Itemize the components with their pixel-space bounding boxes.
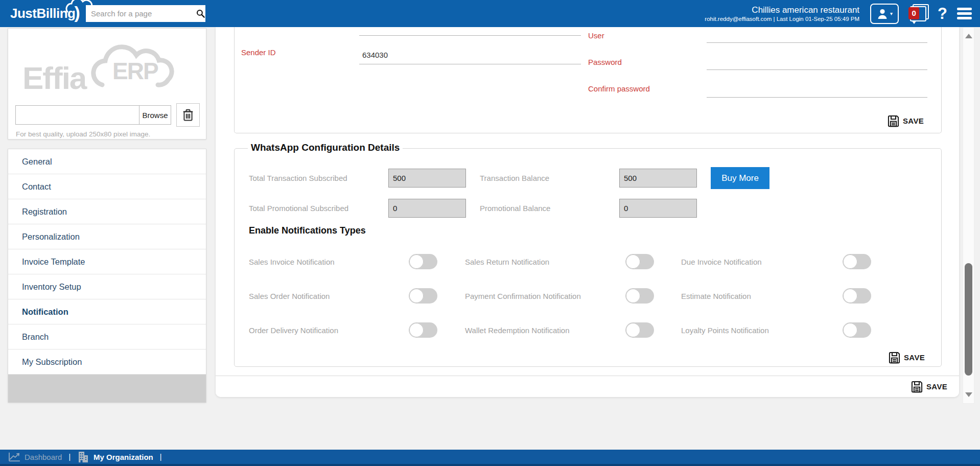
bottom-nav-dashboard[interactable]: Dashboard — [8, 452, 62, 462]
logo-file-input[interactable] — [15, 105, 139, 125]
effia-logo-text: Effia — [22, 62, 86, 94]
sidebar-item-contact[interactable]: Contact — [8, 174, 206, 199]
confirm-password-label: Confirm password — [588, 84, 650, 93]
dashboard-chart-icon — [8, 452, 20, 462]
sender-id-input[interactable] — [359, 48, 581, 64]
payment-confirmation-notification-toggle[interactable] — [625, 288, 654, 304]
total-promotional-subscribed-input[interactable] — [388, 199, 466, 218]
page-search — [86, 5, 204, 22]
sidebar-item-personalization[interactable]: Personalization — [8, 224, 206, 249]
sidebar-footer-block — [8, 375, 206, 403]
page-save-bar: SAVE — [216, 376, 959, 397]
trash-icon — [181, 108, 195, 122]
save-floppy-icon — [886, 114, 900, 128]
scroll-down-arrow-icon[interactable] — [965, 392, 972, 397]
user-icon — [876, 8, 889, 20]
browse-button[interactable]: Browse — [139, 105, 171, 125]
vertical-scrollbar[interactable] — [963, 27, 974, 404]
justbilling-logo[interactable]: JustBilling) — [10, 2, 87, 26]
notification-count-badge: 0 — [908, 7, 919, 19]
sms-configuration-panel: Sender ID User Password Confirm password… — [234, 27, 942, 133]
total-promotional-subscribed-label: Total Promotional Subscribed — [249, 204, 388, 213]
sidebar-item-branch[interactable]: Branch — [8, 324, 206, 350]
nav-separator: | — [68, 453, 71, 461]
password-input[interactable] — [707, 56, 927, 70]
buy-more-button[interactable]: Buy More — [711, 167, 769, 189]
transaction-balance-input[interactable] — [619, 169, 697, 188]
bottom-nav-my-organization[interactable]: My Organization — [77, 451, 153, 462]
sales-return-notification-label: Sales Return Notification — [465, 258, 625, 266]
page-save-button[interactable]: SAVE — [910, 380, 947, 393]
user-input[interactable] — [707, 29, 927, 43]
payment-confirmation-notification-label: Payment Confirmation Notification — [465, 292, 625, 300]
user-label: User — [588, 31, 604, 40]
top-bar: JustBilling) Chillies american restauran… — [0, 0, 980, 27]
sidebar-item-my-subscription[interactable]: My Subscription — [8, 350, 206, 375]
sms-save-button[interactable]: SAVE — [886, 114, 924, 128]
wallet-redemption-notification-toggle[interactable] — [625, 322, 654, 338]
due-invoice-notification-toggle[interactable] — [843, 254, 871, 269]
user-profile-button[interactable]: ▾ — [870, 4, 899, 24]
total-transaction-subscribed-label: Total Transaction Subscribed — [249, 174, 388, 182]
my-organization-label: My Organization — [94, 453, 153, 461]
notification-toggles-grid: Sales Invoice Notification Sales Return … — [249, 254, 871, 338]
sidebar-item-notification[interactable]: Notification — [8, 299, 206, 324]
help-button[interactable]: ? — [938, 5, 947, 23]
estimate-notification-toggle[interactable] — [843, 288, 871, 304]
chevron-down-icon: ▾ — [890, 11, 893, 16]
sales-order-notification-toggle[interactable] — [409, 288, 437, 304]
sidebar-item-general[interactable]: General — [8, 149, 206, 174]
whatsapp-panel-title: WhatsApp Configuration Details — [248, 142, 403, 153]
organization-name: Chillies american restaurant — [705, 5, 859, 15]
search-input[interactable] — [86, 5, 196, 22]
cutoff-field-underline — [359, 27, 581, 36]
promotional-balance-label: Promotional Balance — [480, 204, 619, 213]
notification-bubble-tail — [912, 20, 917, 24]
wallet-redemption-notification-label: Wallet Redemption Notification — [465, 326, 625, 335]
user-last-login: rohit.reddy@effiasoft.com | Last Login 0… — [705, 15, 859, 22]
notifications-button[interactable]: 0 — [907, 4, 929, 24]
scroll-up-arrow-icon[interactable] — [965, 34, 972, 38]
enable-notifications-title: Enable Notifications Types — [249, 225, 366, 236]
save-floppy-icon — [888, 351, 901, 364]
effia-erp-logo: Effia ERP — [8, 29, 206, 96]
search-icon[interactable] — [196, 5, 205, 22]
total-transaction-subscribed-input[interactable] — [388, 169, 466, 188]
sidebar-item-inventory-setup[interactable]: Inventory Setup — [8, 274, 206, 299]
loyalty-points-notification-toggle[interactable] — [843, 322, 871, 338]
loyalty-points-notification-label: Loyalty Points Notification — [681, 326, 843, 335]
sidebar-item-registration[interactable]: Registration — [8, 199, 206, 224]
erp-logo-text: ERP — [112, 58, 158, 84]
company-logo-panel: Effia ERP Browse For best quality, uploa… — [8, 28, 206, 139]
dashboard-label: Dashboard — [25, 453, 62, 461]
delete-logo-button[interactable] — [176, 103, 200, 127]
account-info: Chillies american restaurant rohit.reddy… — [705, 5, 859, 22]
whatsapp-save-button[interactable]: SAVE — [888, 351, 925, 364]
scrollbar-thumb[interactable] — [965, 263, 972, 376]
estimate-notification-label: Estimate Notification — [681, 292, 843, 300]
bottom-edge-strip — [0, 464, 980, 466]
save-floppy-icon — [910, 380, 924, 393]
upload-hint-text: For best quality, upload 250x80 pixel im… — [16, 130, 206, 138]
organization-building-icon — [77, 451, 89, 462]
whatsapp-configuration-panel: WhatsApp Configuration Details Total Tra… — [234, 148, 942, 367]
nav-separator: | — [160, 453, 162, 461]
erp-cloud-icon: ERP — [83, 36, 180, 96]
order-delivery-notification-label: Order Delivery Notification — [249, 326, 409, 335]
promotional-balance-input[interactable] — [619, 199, 697, 218]
order-delivery-notification-toggle[interactable] — [409, 322, 437, 338]
sales-return-notification-toggle[interactable] — [625, 254, 654, 269]
password-label: Password — [588, 58, 622, 66]
bottom-navigation-bar: Dashboard | My Organization | — [0, 450, 980, 464]
due-invoice-notification-label: Due Invoice Notification — [681, 258, 843, 266]
sidebar-item-invoice-template[interactable]: Invoice Template — [8, 249, 206, 274]
settings-menu: General Contact Registration Personaliza… — [8, 149, 206, 403]
sales-invoice-notification-toggle[interactable] — [409, 254, 437, 269]
hamburger-menu-icon[interactable] — [956, 6, 973, 21]
confirm-password-input[interactable] — [707, 83, 927, 98]
sales-order-notification-label: Sales Order Notification — [249, 292, 409, 300]
notification-settings-content: Sender ID User Password Confirm password… — [216, 27, 959, 397]
sender-id-label: Sender ID — [241, 48, 276, 57]
sales-invoice-notification-label: Sales Invoice Notification — [249, 258, 409, 266]
transaction-balance-label: Transaction Balance — [480, 174, 619, 182]
